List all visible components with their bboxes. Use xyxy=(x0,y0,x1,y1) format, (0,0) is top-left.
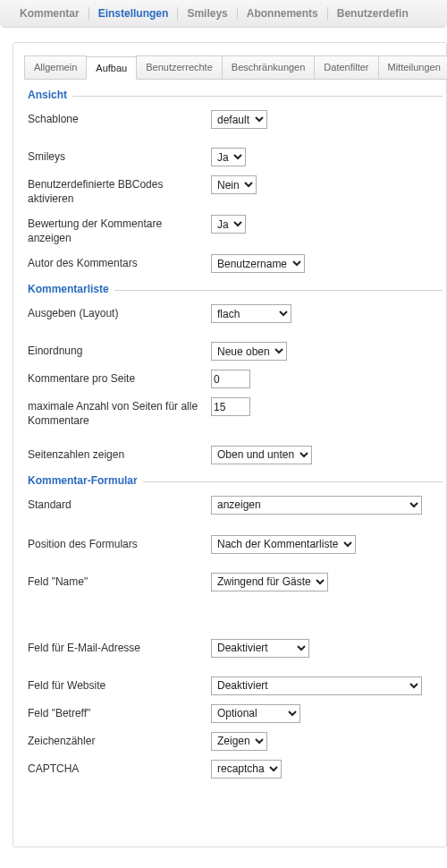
group-formular: Kommentar-Formular Standard anzeigen Pos… xyxy=(28,481,443,783)
nav-benutzerdefin[interactable]: Benutzerdefin xyxy=(328,7,417,20)
legend-formular: Kommentar-Formular xyxy=(28,474,143,487)
input-pro-seite[interactable] xyxy=(211,370,250,388)
nav-abonnements[interactable]: Abonnements xyxy=(238,7,327,20)
group-ansicht: Ansicht Schablone default Smileys Ja xyxy=(28,96,443,277)
select-smileys[interactable]: Ja xyxy=(211,148,246,166)
label-bbcodes: Benutzerdefinierte BBCodes aktivieren xyxy=(28,175,211,206)
label-feld-email: Feld für E-Mail-Adresse xyxy=(28,639,211,656)
select-feld-betreff[interactable]: Optional xyxy=(211,704,300,723)
legend-kommentarliste: Kommentarliste xyxy=(28,283,114,295)
select-captcha[interactable]: recaptcha xyxy=(211,760,282,779)
label-feld-betreff: Feld "Betreff" xyxy=(28,704,211,721)
select-seitenzahlen[interactable]: Oben und unten xyxy=(211,446,312,464)
tab-beschraenkungen[interactable]: Beschränkungen xyxy=(222,55,316,79)
nav-kommentar[interactable]: Kommentar xyxy=(11,7,89,20)
input-max-seiten[interactable] xyxy=(211,397,250,416)
label-feld-name: Feld "Name" xyxy=(28,573,211,590)
tab-mitteilungen[interactable]: Mitteilungen xyxy=(378,55,448,79)
label-schablone: Schablone xyxy=(28,110,211,127)
label-pro-seite: Kommentare pro Seite xyxy=(28,370,211,387)
tab-datenfilter[interactable]: Datenfilter xyxy=(314,55,378,79)
settings-tabs: Allgemein Aufbau Benutzerrechte Beschrän… xyxy=(24,55,447,80)
select-bbcodes[interactable]: Nein xyxy=(211,175,257,194)
label-zeichenzaehler: Zeichenzähler xyxy=(28,732,211,749)
nav-smileys[interactable]: Smileys xyxy=(178,7,236,20)
select-autor[interactable]: Benutzername xyxy=(211,254,305,273)
label-layout: Ausgeben (Layout) xyxy=(28,304,211,321)
select-schablone[interactable]: default xyxy=(211,110,267,129)
label-standard: Standard xyxy=(28,496,211,513)
select-feld-email[interactable]: Deaktiviert xyxy=(211,639,309,658)
label-einordnung: Einordnung xyxy=(28,342,211,359)
label-bewertung: Bewertung der Kommentare anzeigen xyxy=(28,215,211,245)
select-feld-website[interactable]: Deaktiviert xyxy=(211,677,422,695)
nav-einstellungen[interactable]: Einstellungen xyxy=(89,7,178,20)
select-layout[interactable]: flach xyxy=(211,304,291,323)
select-zeichenzaehler[interactable]: Zeigen xyxy=(211,732,267,751)
tab-aufbau[interactable]: Aufbau xyxy=(86,56,137,80)
group-kommentarliste: Kommentarliste Ausgeben (Layout) flach E… xyxy=(28,290,443,468)
tab-allgemein[interactable]: Allgemein xyxy=(24,55,87,79)
label-autor: Autor des Kommentars xyxy=(28,254,211,271)
label-position: Position des Formulars xyxy=(28,535,211,552)
label-captcha: CAPTCHA xyxy=(28,760,211,777)
select-einordnung[interactable]: Neue oben xyxy=(211,342,287,361)
label-seitenzahlen: Seitenzahlen zeigen xyxy=(28,446,211,463)
select-position[interactable]: Nach der Kommentarliste xyxy=(211,535,356,554)
select-feld-name[interactable]: Zwingend für Gäste xyxy=(211,573,328,591)
label-smileys: Smileys xyxy=(28,148,211,165)
select-bewertung[interactable]: Ja xyxy=(211,215,246,234)
legend-ansicht: Ansicht xyxy=(28,89,72,101)
settings-panel: Allgemein Aufbau Benutzerrechte Beschrän… xyxy=(13,42,447,847)
select-standard[interactable]: anzeigen xyxy=(211,496,422,515)
label-max-seiten: maximale Anzahl von Seiten für alle Komm… xyxy=(28,397,211,428)
tab-benutzerrechte[interactable]: Benutzerrechte xyxy=(136,55,223,79)
top-navigation: Kommentar Einstellungen Smileys Abonneme… xyxy=(0,0,447,28)
label-feld-website: Feld für Website xyxy=(28,677,211,694)
